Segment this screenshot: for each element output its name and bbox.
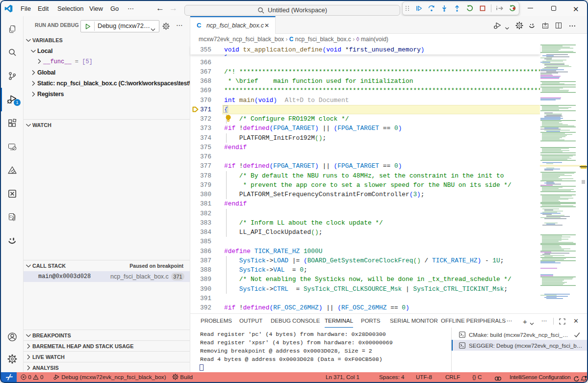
svg-text:C++: C++ (10, 215, 16, 218)
